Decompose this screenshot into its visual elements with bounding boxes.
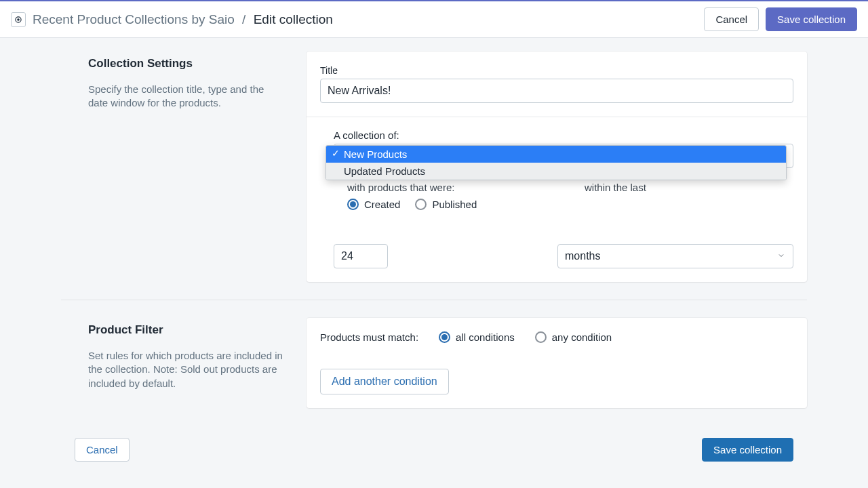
breadcrumb-current: Edit collection — [254, 12, 333, 26]
radio-any-circle — [535, 331, 547, 343]
radio-all-circle — [439, 331, 450, 343]
match-label: Products must match: — [320, 331, 418, 343]
within-last-label: within the last — [580, 182, 793, 193]
collection-type-dropdown: New Products Updated Products — [326, 145, 787, 180]
title-label: Title — [320, 65, 793, 76]
radio-any-label: any condition — [552, 331, 612, 343]
footer-save-button[interactable]: Save collection — [702, 438, 793, 462]
dropdown-option-updated-products[interactable]: Updated Products — [326, 163, 786, 180]
dropdown-option-new-products[interactable]: New Products — [326, 146, 786, 163]
svg-point-1 — [18, 18, 19, 20]
title-input[interactable] — [320, 79, 793, 103]
radio-created[interactable]: Created — [347, 199, 400, 210]
section-settings-title: Collection Settings — [88, 57, 286, 70]
radio-published-label: Published — [432, 199, 477, 210]
radio-all-label: all conditions — [456, 331, 515, 343]
section-settings-desc: Specify the collection title, type and t… — [88, 83, 286, 110]
save-collection-button[interactable]: Save collection — [766, 7, 857, 31]
duration-unit-select[interactable] — [557, 244, 793, 268]
products-were-label: with products that were: — [347, 182, 560, 193]
app-icon — [11, 12, 26, 27]
footer-cancel-button[interactable]: Cancel — [75, 438, 130, 462]
section-filter-title: Product Filter — [88, 323, 286, 337]
duration-unit-value[interactable] — [557, 244, 793, 268]
cancel-button[interactable]: Cancel — [704, 7, 759, 31]
radio-published[interactable]: Published — [415, 199, 477, 210]
breadcrumb: Recent Product Collections by Saio / Edi… — [33, 12, 333, 27]
add-condition-button[interactable]: Add another condition — [320, 369, 449, 394]
radio-published-circle — [415, 199, 427, 210]
radio-created-circle — [347, 199, 359, 210]
breadcrumb-app[interactable]: Recent Product Collections by Saio — [33, 12, 235, 26]
radio-all-conditions[interactable]: all conditions — [439, 331, 515, 343]
section-filter-desc: Set rules for which products are include… — [88, 349, 286, 390]
duration-number-input[interactable] — [334, 244, 388, 268]
radio-any-condition[interactable]: any condition — [535, 331, 612, 343]
breadcrumb-separator: / — [242, 12, 245, 26]
collection-of-label: A collection of: — [334, 129, 793, 141]
radio-created-label: Created — [364, 199, 400, 210]
